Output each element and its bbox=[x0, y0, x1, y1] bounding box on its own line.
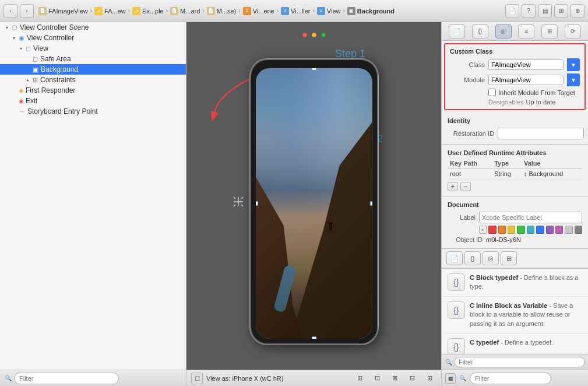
view-as-label: View as: iPhone X (wC hR) bbox=[206, 375, 283, 382]
snippet-c-block-typedef[interactable]: {} C Block typedef - Define a block as a… bbox=[442, 269, 588, 297]
udra-add-btn[interactable]: + bbox=[448, 182, 458, 191]
tab-size[interactable]: ⊞ bbox=[541, 24, 558, 38]
snippet-tab-more[interactable]: ⊞ bbox=[501, 251, 517, 265]
class-select-btn[interactable]: ▼ bbox=[567, 58, 580, 71]
udra-cell-keypath-0: root bbox=[448, 169, 492, 180]
toolbar-right-buttons: 📄 ? ▤ ⊞ ⊕ bbox=[505, 4, 585, 18]
breadcrumb-vscene[interactable]: S Vi...ene bbox=[241, 6, 277, 16]
snippet-text-2: C typedef - Define a typedef. bbox=[470, 338, 553, 347]
toolbar-layout-btn[interactable]: ▤ bbox=[538, 4, 552, 18]
bottom-center: ◻ View as: iPhone X (wC hR) ⊞ ⊡ ⊠ ⊟ ⊞ bbox=[186, 370, 441, 386]
document-title: Document bbox=[448, 201, 582, 208]
breadcrumb-faimageview[interactable]: 📄 FAImageView bbox=[36, 6, 90, 16]
zoom-fit-btn[interactable]: ⊞ bbox=[353, 372, 367, 385]
tab-code[interactable]: {} bbox=[472, 24, 488, 38]
snippet-text-1: C Inline Block as Variable - Save a bloc… bbox=[470, 301, 582, 328]
breadcrumb-mse[interactable]: 📄 M...se) bbox=[205, 6, 239, 16]
module-select-btn[interactable]: ▼ bbox=[567, 73, 580, 86]
breadcrumb-mard[interactable]: 📄 M...ard bbox=[168, 6, 202, 16]
view-icon: V bbox=[317, 7, 325, 15]
breadcrumb-vller[interactable]: V Vi...ller bbox=[279, 6, 312, 16]
toolbar-file-btn[interactable]: 📄 bbox=[505, 4, 519, 18]
toolbar-add-btn[interactable]: ⊕ bbox=[571, 4, 585, 18]
exit-tree-icon: ◈ bbox=[19, 97, 23, 105]
snippet-icon-2: {} bbox=[448, 338, 465, 354]
swatch-yellow[interactable] bbox=[508, 226, 515, 234]
layout-btn[interactable]: ⊞ bbox=[422, 372, 436, 385]
restoration-input[interactable] bbox=[498, 128, 584, 139]
object-id-label: Object ID bbox=[448, 236, 483, 243]
inherit-checkbox[interactable] bbox=[488, 89, 496, 96]
forward-button[interactable]: › bbox=[20, 4, 34, 18]
snippet-c-inline-block[interactable]: {} C Inline Block as Variable - Save a b… bbox=[442, 297, 588, 334]
sidebar-item-first-responder[interactable]: ◈ First Responder bbox=[0, 85, 186, 96]
class-input[interactable] bbox=[489, 60, 564, 69]
snippet-tab-code[interactable]: {} bbox=[464, 251, 481, 265]
breadcrumb-view[interactable]: V View bbox=[315, 6, 343, 16]
sidebar-item-safe-area[interactable]: ◻ Safe Area bbox=[0, 54, 186, 64]
cliff-shape-right bbox=[291, 122, 372, 339]
module-input[interactable] bbox=[489, 75, 564, 85]
panel-search-input[interactable] bbox=[470, 373, 551, 384]
folder-icon: 📁 bbox=[94, 7, 103, 15]
swatch-none[interactable]: ✕ bbox=[479, 226, 487, 234]
constraint-btn[interactable]: ⊟ bbox=[405, 372, 419, 385]
swatch-orange[interactable] bbox=[498, 226, 506, 234]
swatch-teal[interactable] bbox=[527, 226, 534, 234]
maximize-dot bbox=[321, 33, 326, 37]
breadcrumb-faew[interactable]: 📁 FA...ew bbox=[92, 6, 128, 16]
udra-row-0[interactable]: root String ↕ Background bbox=[448, 169, 582, 180]
tree-arrow-view bbox=[17, 46, 24, 51]
sidebar-item-vc[interactable]: ◉ View Controller bbox=[0, 33, 186, 43]
safe-tree-icon: ◻ bbox=[33, 55, 38, 63]
back-button[interactable]: ‹ bbox=[3, 4, 17, 18]
grid-toggle-btn[interactable]: ▦ bbox=[445, 373, 456, 384]
udra-col-value: Value bbox=[522, 159, 582, 169]
designables-label: Designables bbox=[488, 99, 524, 106]
snippet-c-typedef[interactable]: {} C typedef - Define a typedef. bbox=[442, 334, 588, 354]
panel-filter-input[interactable] bbox=[455, 357, 585, 367]
swatch-green[interactable] bbox=[517, 226, 524, 234]
swatch-light[interactable] bbox=[565, 226, 572, 234]
breadcrumb-background[interactable]: ▣ Background bbox=[345, 6, 397, 16]
tab-identity[interactable]: ◎ bbox=[495, 24, 512, 38]
inherit-label: Inherit Module From Target bbox=[498, 89, 575, 96]
snippet-tab-file[interactable]: 📄 bbox=[446, 251, 463, 265]
step1-label: Step 1 bbox=[335, 48, 365, 60]
phone-frame bbox=[250, 59, 378, 345]
swatch-purple[interactable] bbox=[546, 226, 554, 234]
toolbar-inspector-btn[interactable]: ⊞ bbox=[554, 4, 568, 18]
tab-connections[interactable]: ⟳ bbox=[565, 24, 581, 38]
filter-icon: 🔍 bbox=[445, 359, 452, 366]
module-input-wrap: ✕ bbox=[488, 75, 564, 85]
object-id-row: Object ID m0l-DS-y6N bbox=[448, 236, 582, 243]
phone-image bbox=[256, 68, 372, 339]
resize-icon bbox=[233, 196, 244, 209]
swatch-pink[interactable] bbox=[555, 226, 563, 234]
udra-col-keypath: Key Path bbox=[448, 159, 492, 169]
storyboard-toggle-btn[interactable]: ◻ bbox=[191, 373, 203, 384]
udra-cell-type-0: String bbox=[492, 169, 522, 180]
sidebar-item-view[interactable]: ◻ View bbox=[0, 43, 186, 54]
sidebar-item-exit[interactable]: ◈ Exit bbox=[0, 96, 186, 106]
udra-remove-btn[interactable]: − bbox=[460, 182, 471, 191]
inherit-row: Inherit Module From Target bbox=[488, 89, 580, 96]
doc-label-input[interactable] bbox=[479, 212, 582, 223]
zoom-out-btn[interactable]: ⊡ bbox=[370, 372, 384, 385]
sidebar-item-entry[interactable]: → Storyboard Entry Point bbox=[0, 106, 186, 117]
snippet-tab-ui[interactable]: ◎ bbox=[483, 251, 499, 265]
swatch-blue[interactable] bbox=[536, 226, 544, 234]
toolbar-help-btn[interactable]: ? bbox=[522, 4, 536, 18]
tab-file[interactable]: 📄 bbox=[449, 24, 465, 38]
tab-attributes[interactable]: ≡ bbox=[518, 24, 534, 38]
swatch-red[interactable] bbox=[488, 226, 496, 234]
zoom-in-btn[interactable]: ⊠ bbox=[388, 372, 402, 385]
canvas: Step 1 Step 2 bbox=[186, 22, 441, 370]
sidebar-item-background[interactable]: ▣ Background bbox=[0, 64, 186, 75]
breadcrumb-example[interactable]: 📁 Ex...ple bbox=[130, 6, 166, 16]
snippet-icon-1: {} bbox=[448, 301, 465, 319]
swatch-dark[interactable] bbox=[575, 226, 582, 234]
sidebar-item-scene[interactable]: ⬡ View Controller Scene bbox=[0, 22, 186, 33]
sidebar-item-constraints[interactable]: ⊞ Constraints bbox=[0, 75, 186, 85]
sidebar-filter-input[interactable] bbox=[14, 373, 119, 384]
